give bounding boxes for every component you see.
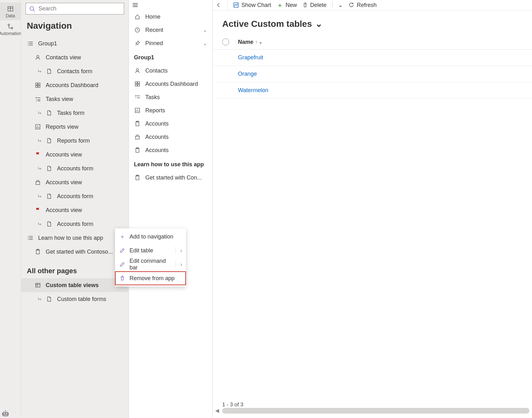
nav-item-contacts-view[interactable]: Contacts view: [21, 50, 128, 64]
table-row[interactable]: Grapefruit: [213, 50, 532, 66]
search-input[interactable]: [38, 5, 121, 12]
rail-item-data[interactable]: Data: [0, 3, 21, 20]
rail-item-label: Automation: [0, 31, 21, 36]
mid-item-pinned[interactable]: Pinned ⌄: [129, 37, 212, 50]
pencil-icon: [119, 248, 126, 253]
table-row[interactable]: Orange: [213, 66, 532, 82]
flow-icon: [7, 23, 14, 30]
accounts-icon: [134, 134, 141, 140]
svg-rect-15: [38, 83, 40, 85]
nav-item-contacts-form[interactable]: Contacts form: [21, 64, 128, 78]
form-icon: [46, 68, 53, 74]
record-link[interactable]: Orange: [238, 71, 257, 77]
nav-item-accounts-view-1[interactable]: Accounts view: [21, 148, 128, 162]
svg-point-3: [8, 24, 10, 26]
cmd-label: Delete: [310, 2, 327, 9]
chevron-right-icon: ›: [180, 247, 182, 254]
nav-label: Get started with Contoso...: [46, 249, 113, 255]
mid-item-reports[interactable]: Reports: [129, 104, 212, 117]
subitem-icon: [36, 194, 43, 198]
show-chart-button[interactable]: Show Chart: [233, 2, 271, 9]
nav-item-tasks-view[interactable]: Tasks view: [21, 92, 128, 106]
refresh-icon: [349, 2, 354, 8]
svg-rect-47: [135, 84, 137, 86]
mid-item-accounts-2[interactable]: Accounts: [129, 130, 212, 144]
hamburger-button[interactable]: [129, 2, 212, 10]
mid-item-contacts[interactable]: Contacts: [129, 64, 212, 77]
nav-item-reports-view[interactable]: Reports view: [21, 120, 128, 134]
chevron-down-icon[interactable]: ⌄: [259, 39, 263, 44]
mid-item-recent[interactable]: Recent ⌄: [129, 23, 212, 37]
nav-label: Accounts view: [46, 151, 82, 158]
ctx-edit-table[interactable]: Edit table ›: [115, 244, 186, 257]
separator: [332, 2, 332, 9]
subitem-icon: [36, 69, 43, 74]
svg-rect-46: [138, 82, 140, 84]
nav-item-accounts-form-1[interactable]: Accounts form: [21, 162, 128, 175]
nav-group[interactable]: Group1: [21, 37, 128, 50]
nav-item-accounts-view-3[interactable]: Accounts view: [21, 203, 128, 217]
record-link[interactable]: Watermelon: [238, 87, 268, 94]
svg-rect-61: [136, 176, 139, 180]
ctx-edit-command-bar[interactable]: Edit command bar ›: [115, 257, 186, 271]
clipboard-icon: [134, 121, 141, 127]
bot-icon[interactable]: 🤖: [2, 410, 9, 417]
nav-item-accounts-dashboard[interactable]: Accounts Dashboard: [21, 78, 128, 92]
mid-label: Tasks: [145, 94, 207, 101]
mid-item-accounts-1[interactable]: Accounts: [129, 117, 212, 130]
svg-point-5: [30, 7, 34, 10]
ctx-add-to-nav[interactable]: ＋ Add to navigation: [115, 230, 186, 244]
nav-item-tasks-form[interactable]: Tasks form: [21, 106, 128, 120]
search-box[interactable]: [26, 3, 124, 15]
nav-item-reports-form[interactable]: Reports form: [21, 134, 128, 148]
clipboard-icon: [134, 147, 141, 153]
column-name[interactable]: Name: [238, 39, 253, 45]
delete-button[interactable]: Delete: [303, 2, 327, 9]
mid-label: Accounts Dashboard: [145, 81, 207, 87]
svg-line-43: [136, 44, 137, 45]
delete-split-button[interactable]: ⌄: [338, 2, 343, 9]
pencil-icon: [119, 262, 126, 267]
subitem-icon: [36, 111, 43, 115]
view-selector[interactable]: Active Custom tables ⌄: [213, 10, 532, 35]
horizontal-scrollbar[interactable]: ◀: [213, 408, 532, 414]
chart-icon: [134, 108, 141, 113]
nav-item-custom-forms[interactable]: Custom table forms: [21, 292, 128, 306]
plus-icon: ＋: [119, 233, 126, 240]
mid-item-tasks[interactable]: Tasks: [129, 91, 212, 104]
mid-item-accounts-dashboard[interactable]: Accounts Dashboard: [129, 77, 212, 91]
nav-label: Contacts view: [46, 54, 81, 61]
nav-label: Learn how to use this app: [38, 235, 103, 241]
nav-item-custom-views[interactable]: Custom table views ⋯: [21, 278, 128, 292]
mid-item-home[interactable]: Home: [129, 10, 212, 23]
svg-rect-58: [136, 136, 139, 139]
svg-rect-34: [36, 250, 39, 254]
select-all-checkbox[interactable]: [222, 38, 229, 45]
record-link[interactable]: Grapefruit: [238, 54, 263, 61]
nav-title: Navigation: [21, 16, 129, 37]
nav-item-getstarted[interactable]: Get started with Contoso... ⋯: [21, 245, 128, 259]
scrollbar-track[interactable]: [222, 408, 529, 414]
scroll-left-icon[interactable]: ◀: [215, 408, 222, 414]
nav-item-accounts-form-2[interactable]: Accounts form: [21, 189, 128, 203]
back-button[interactable]: [216, 2, 222, 8]
navigation-panel: Navigation Group1 Contacts view Contacts…: [21, 0, 129, 418]
new-button[interactable]: ＋ New: [277, 1, 297, 9]
mid-item-accounts-3[interactable]: Accounts: [129, 144, 212, 157]
rail-item-automation[interactable]: Automation: [0, 20, 21, 38]
mid-item-getstarted[interactable]: Get started with Con...: [129, 171, 212, 184]
nav-item-accounts-view-2[interactable]: Accounts view: [21, 175, 128, 189]
table-row[interactable]: Watermelon: [213, 82, 532, 99]
clock-icon: [134, 27, 141, 33]
svg-rect-48: [138, 84, 140, 86]
nav-item-accounts-form-3[interactable]: Accounts form: [21, 217, 128, 231]
refresh-button[interactable]: Refresh: [349, 2, 377, 9]
nav-tree: Group1 Contacts view Contacts form Accou…: [21, 37, 129, 418]
chevron-right-icon: ›: [180, 261, 182, 268]
sitemap-panel: Home Recent ⌄ Pinned ⌄ Group1 Contacts A…: [129, 0, 213, 418]
command-bar: Show Chart ＋ New Delete ⌄ Refresh: [213, 0, 532, 10]
table-body: Grapefruit Orange Watermelon: [213, 50, 532, 99]
context-menu: ＋ Add to navigation Edit table › Edit co…: [115, 228, 186, 286]
nav-group-learn[interactable]: Learn how to use this app: [21, 231, 128, 245]
ctx-remove-from-app[interactable]: Remove from app: [115, 271, 186, 285]
